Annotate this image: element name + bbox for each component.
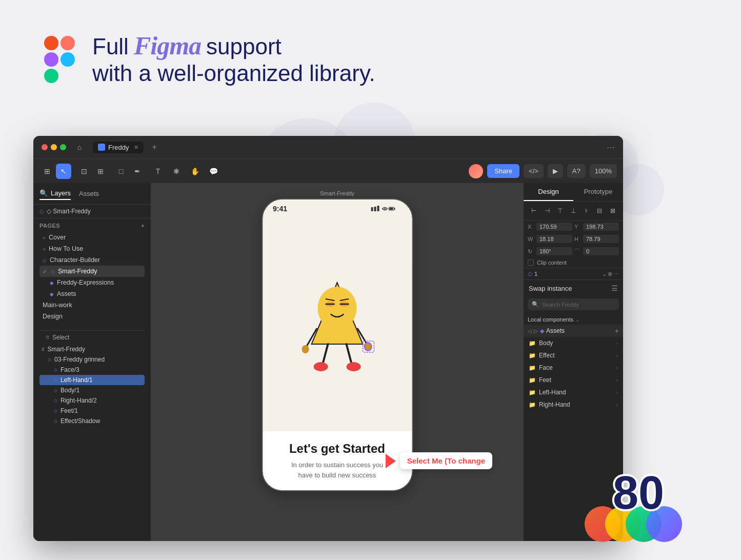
page-cover[interactable]: ○ Cover <box>39 232 145 243</box>
page-assets[interactable]: ◆ Assets <box>39 288 145 299</box>
title-bar-more[interactable]: ⋯ <box>607 143 615 152</box>
clip-content-checkbox[interactable] <box>528 259 534 266</box>
tab-close-icon[interactable]: ✕ <box>134 144 138 151</box>
page-design[interactable]: Design <box>39 311 145 322</box>
play-button[interactable]: ▶ <box>548 164 563 178</box>
layer-smart-freddy[interactable]: # Smart-Freddy <box>39 344 145 354</box>
search-input-container[interactable]: 🔍 Search Freddy <box>528 298 619 310</box>
page-freddy-expressions[interactable]: ◆ Freddy-Expressions <box>39 277 145 288</box>
select-tool[interactable]: ↖ <box>56 164 71 179</box>
comp-body-chevron: › <box>616 341 618 346</box>
tab-assets[interactable]: Assets <box>79 188 99 199</box>
h-input[interactable] <box>583 235 619 243</box>
comp-feet-label: Feet <box>539 376 613 384</box>
component-right-hand[interactable]: 📁 Right-Hand › <box>524 398 623 411</box>
tab-add-icon[interactable]: + <box>152 143 156 152</box>
layer-left-hand[interactable]: ◇ Left-Hand/1 <box>39 375 145 385</box>
angle-input[interactable] <box>536 247 572 255</box>
component-body[interactable]: 📁 Body › <box>524 337 623 349</box>
w-label: W <box>528 236 534 242</box>
comp-effect-chevron: › <box>616 353 618 358</box>
component-left-hand[interactable]: 📁 Left-Hand › <box>524 386 623 398</box>
folder-icon-feet: 📁 <box>529 377 536 384</box>
layer-effect-shadow[interactable]: ◇ Effect/Shadow <box>39 416 145 426</box>
component-chevron-icon[interactable]: ⌄ <box>602 271 607 277</box>
page-main-work[interactable]: Main-work <box>39 299 145 311</box>
page-character-builder[interactable]: ◇ Character-Builder <box>39 254 145 266</box>
component-more-icon[interactable]: ⋯ <box>613 271 619 277</box>
page-character-builder-label: Character-Builder <box>50 256 100 264</box>
svg-rect-10 <box>394 208 395 210</box>
share-button[interactable]: Share <box>487 164 519 178</box>
tab-layers[interactable]: 🔍 Layers <box>39 187 71 200</box>
tab-design[interactable]: Design <box>524 183 573 201</box>
maximize-button[interactable] <box>60 144 66 150</box>
close-button[interactable] <box>42 144 48 150</box>
layer-diamond-icon-2: ◇ <box>54 367 57 372</box>
pages-add-icon[interactable]: + <box>141 223 145 229</box>
y-input[interactable] <box>583 223 619 231</box>
component-diamond-icon: ◇ <box>528 270 532 277</box>
canvas-area[interactable]: Smart-Freddy 9:41 <box>151 183 523 541</box>
layer-face3[interactable]: ◇ Face/3 <box>39 365 145 375</box>
page-smart-freddy[interactable]: ✓ ◇ Smart-Freddy <box>39 266 145 277</box>
layer-smart-freddy-label: Smart-Freddy <box>48 346 85 353</box>
left-panel: 🔍 Layers Assets ◇ ◇ Smart-Freddy Pages + <box>33 183 151 541</box>
hand-tool[interactable]: ✋ <box>187 164 203 179</box>
header-support: support <box>206 34 282 59</box>
page-how-to-use[interactable]: ○ How To Use <box>39 243 145 254</box>
align-top-icon[interactable]: ⊥ <box>567 205 579 217</box>
chevron-down-icon: ⌄ <box>575 317 579 323</box>
comp-right-hand-label: Right-Hand <box>539 401 613 408</box>
comp-face-label: Face <box>539 364 613 371</box>
radius-input[interactable] <box>583 247 619 255</box>
assets-add-icon[interactable]: + <box>615 327 619 335</box>
svg-line-23 <box>323 344 328 364</box>
align-bottom-icon[interactable]: ⊟ <box>594 205 606 217</box>
user-avatar <box>469 164 483 178</box>
frame-tool[interactable]: ⊡ <box>76 164 92 179</box>
header-line2: with a well-organized library. <box>92 61 375 86</box>
align-right-icon[interactable]: ⊤ <box>554 205 566 217</box>
align-center-v-icon[interactable]: ⊦ <box>580 205 593 217</box>
x-input[interactable] <box>536 223 572 231</box>
grid-tool[interactable]: ⊞ <box>39 164 55 179</box>
layout-tool[interactable]: ⊞ <box>93 164 108 179</box>
pen-tool[interactable]: ✒ <box>130 164 145 179</box>
comp-right-hand-chevron: › <box>616 402 618 408</box>
text-tool[interactable]: T <box>150 164 166 179</box>
component-face[interactable]: 📁 Face › <box>524 362 623 374</box>
status-icons <box>371 205 402 212</box>
component-tool[interactable]: ❋ <box>169 164 184 179</box>
tab-prototype[interactable]: Prototype <box>573 183 623 201</box>
minimize-button[interactable] <box>51 144 57 150</box>
swap-list-icon[interactable]: ☰ <box>611 284 618 292</box>
layer-body1[interactable]: ◇ Body/1 <box>39 385 145 395</box>
layer-freddy-grinned[interactable]: ◇ 03-Freddy grinned <box>39 354 145 365</box>
component-row: ◇ 1 ⌄ ⊕ ⋯ <box>524 268 623 279</box>
layers-tab-label: 🔍 <box>39 189 48 197</box>
zoom-level[interactable]: 100% <box>590 164 617 178</box>
layer-right-hand2[interactable]: ◇ Right-Hand/2 <box>39 395 145 406</box>
component-feet[interactable]: 📁 Feet › <box>524 374 623 386</box>
align-center-h-icon[interactable]: ⊣ <box>541 205 553 217</box>
layers-section: ⠿ Select # Smart-Freddy ◇ 03-Freddy grin… <box>33 326 151 541</box>
align-left-icon[interactable]: ⊢ <box>528 205 540 217</box>
align-row: ⊢ ⊣ ⊤ ⊥ ⊦ ⊟ ⊠ <box>524 202 623 221</box>
type-button[interactable]: A? <box>567 164 586 178</box>
distribute-icon[interactable]: ⊠ <box>607 205 619 217</box>
comment-tool[interactable]: 💬 <box>206 164 221 179</box>
component-target-icon[interactable]: ⊕ <box>608 271 612 277</box>
local-components-row[interactable]: Local components ⌄ <box>524 314 623 325</box>
tab-freddy[interactable]: Freddy ✕ <box>93 142 144 153</box>
assets-row[interactable]: ◁ ▷ ◆ Assets + <box>524 325 623 337</box>
comp-face-chevron: › <box>616 365 618 371</box>
component-effect[interactable]: 📁 Effect › <box>524 349 623 362</box>
code-button[interactable]: </> <box>524 164 544 178</box>
layer-feet1[interactable]: ◇ Feet/1 <box>39 406 145 416</box>
home-icon[interactable]: ⌂ <box>72 140 87 154</box>
w-input[interactable] <box>536 235 572 243</box>
rect-tool[interactable]: □ <box>113 164 129 179</box>
component-controls: ⌄ ⊕ ⋯ <box>602 271 619 277</box>
select-tooltip: Select Me (To change <box>386 452 492 469</box>
